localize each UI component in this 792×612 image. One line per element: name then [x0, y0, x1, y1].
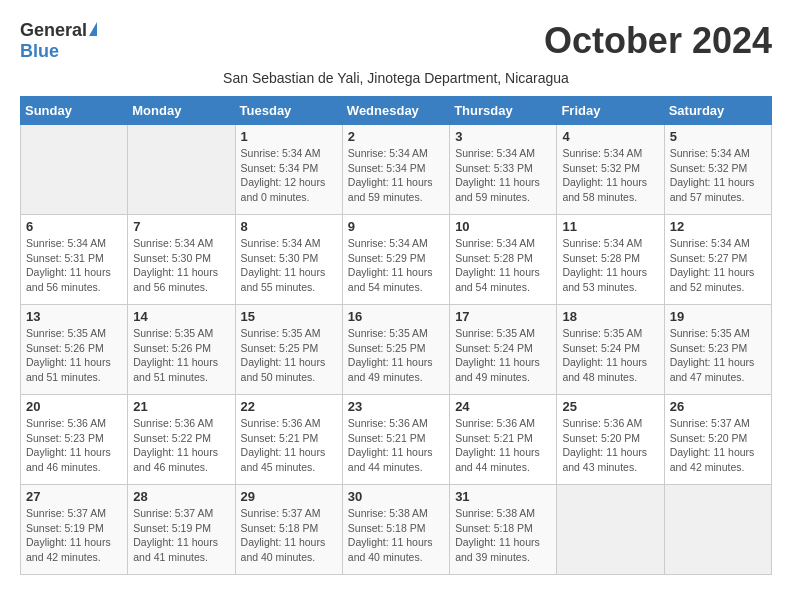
day-number: 10 [455, 219, 551, 234]
logo-general: General [20, 20, 87, 41]
calendar-cell [557, 485, 664, 575]
day-number: 28 [133, 489, 229, 504]
calendar-cell: 25Sunrise: 5:36 AM Sunset: 5:20 PM Dayli… [557, 395, 664, 485]
logo-blue: Blue [20, 41, 59, 62]
calendar-cell: 18Sunrise: 5:35 AM Sunset: 5:24 PM Dayli… [557, 305, 664, 395]
day-info: Sunrise: 5:37 AM Sunset: 5:20 PM Dayligh… [670, 416, 766, 475]
day-number: 27 [26, 489, 122, 504]
header-day-wednesday: Wednesday [342, 97, 449, 125]
day-info: Sunrise: 5:37 AM Sunset: 5:18 PM Dayligh… [241, 506, 337, 565]
calendar-cell: 4Sunrise: 5:34 AM Sunset: 5:32 PM Daylig… [557, 125, 664, 215]
calendar-cell: 2Sunrise: 5:34 AM Sunset: 5:34 PM Daylig… [342, 125, 449, 215]
calendar-cell: 15Sunrise: 5:35 AM Sunset: 5:25 PM Dayli… [235, 305, 342, 395]
header-day-thursday: Thursday [450, 97, 557, 125]
day-info: Sunrise: 5:37 AM Sunset: 5:19 PM Dayligh… [133, 506, 229, 565]
day-info: Sunrise: 5:34 AM Sunset: 5:32 PM Dayligh… [670, 146, 766, 205]
day-info: Sunrise: 5:34 AM Sunset: 5:28 PM Dayligh… [562, 236, 658, 295]
day-info: Sunrise: 5:38 AM Sunset: 5:18 PM Dayligh… [348, 506, 444, 565]
day-info: Sunrise: 5:34 AM Sunset: 5:29 PM Dayligh… [348, 236, 444, 295]
calendar-cell: 9Sunrise: 5:34 AM Sunset: 5:29 PM Daylig… [342, 215, 449, 305]
calendar-cell: 29Sunrise: 5:37 AM Sunset: 5:18 PM Dayli… [235, 485, 342, 575]
day-info: Sunrise: 5:36 AM Sunset: 5:21 PM Dayligh… [348, 416, 444, 475]
logo-icon [89, 22, 97, 36]
day-number: 23 [348, 399, 444, 414]
day-info: Sunrise: 5:35 AM Sunset: 5:24 PM Dayligh… [562, 326, 658, 385]
day-info: Sunrise: 5:38 AM Sunset: 5:18 PM Dayligh… [455, 506, 551, 565]
day-number: 6 [26, 219, 122, 234]
header-day-tuesday: Tuesday [235, 97, 342, 125]
week-row-4: 20Sunrise: 5:36 AM Sunset: 5:23 PM Dayli… [21, 395, 772, 485]
day-info: Sunrise: 5:34 AM Sunset: 5:27 PM Dayligh… [670, 236, 766, 295]
calendar-body: 1Sunrise: 5:34 AM Sunset: 5:34 PM Daylig… [21, 125, 772, 575]
calendar-cell: 14Sunrise: 5:35 AM Sunset: 5:26 PM Dayli… [128, 305, 235, 395]
calendar-cell: 10Sunrise: 5:34 AM Sunset: 5:28 PM Dayli… [450, 215, 557, 305]
day-info: Sunrise: 5:34 AM Sunset: 5:30 PM Dayligh… [133, 236, 229, 295]
day-number: 29 [241, 489, 337, 504]
calendar-cell: 19Sunrise: 5:35 AM Sunset: 5:23 PM Dayli… [664, 305, 771, 395]
day-info: Sunrise: 5:34 AM Sunset: 5:31 PM Dayligh… [26, 236, 122, 295]
calendar-cell: 31Sunrise: 5:38 AM Sunset: 5:18 PM Dayli… [450, 485, 557, 575]
day-number: 11 [562, 219, 658, 234]
calendar-table: SundayMondayTuesdayWednesdayThursdayFrid… [20, 96, 772, 575]
calendar-cell: 22Sunrise: 5:36 AM Sunset: 5:21 PM Dayli… [235, 395, 342, 485]
day-number: 21 [133, 399, 229, 414]
day-info: Sunrise: 5:35 AM Sunset: 5:26 PM Dayligh… [26, 326, 122, 385]
calendar-cell [128, 125, 235, 215]
day-number: 3 [455, 129, 551, 144]
day-number: 20 [26, 399, 122, 414]
calendar-cell: 7Sunrise: 5:34 AM Sunset: 5:30 PM Daylig… [128, 215, 235, 305]
day-info: Sunrise: 5:36 AM Sunset: 5:21 PM Dayligh… [455, 416, 551, 475]
day-number: 2 [348, 129, 444, 144]
calendar-cell [664, 485, 771, 575]
day-info: Sunrise: 5:36 AM Sunset: 5:21 PM Dayligh… [241, 416, 337, 475]
calendar-cell [21, 125, 128, 215]
calendar-cell: 13Sunrise: 5:35 AM Sunset: 5:26 PM Dayli… [21, 305, 128, 395]
day-number: 1 [241, 129, 337, 144]
day-info: Sunrise: 5:34 AM Sunset: 5:28 PM Dayligh… [455, 236, 551, 295]
page-header: General Blue October 2024 [20, 20, 772, 62]
calendar-cell: 21Sunrise: 5:36 AM Sunset: 5:22 PM Dayli… [128, 395, 235, 485]
calendar-cell: 16Sunrise: 5:35 AM Sunset: 5:25 PM Dayli… [342, 305, 449, 395]
day-number: 24 [455, 399, 551, 414]
day-info: Sunrise: 5:37 AM Sunset: 5:19 PM Dayligh… [26, 506, 122, 565]
week-row-3: 13Sunrise: 5:35 AM Sunset: 5:26 PM Dayli… [21, 305, 772, 395]
day-number: 12 [670, 219, 766, 234]
calendar-cell: 12Sunrise: 5:34 AM Sunset: 5:27 PM Dayli… [664, 215, 771, 305]
calendar-cell: 6Sunrise: 5:34 AM Sunset: 5:31 PM Daylig… [21, 215, 128, 305]
calendar-cell: 27Sunrise: 5:37 AM Sunset: 5:19 PM Dayli… [21, 485, 128, 575]
day-info: Sunrise: 5:34 AM Sunset: 5:34 PM Dayligh… [348, 146, 444, 205]
calendar-cell: 11Sunrise: 5:34 AM Sunset: 5:28 PM Dayli… [557, 215, 664, 305]
day-info: Sunrise: 5:34 AM Sunset: 5:34 PM Dayligh… [241, 146, 337, 205]
day-number: 18 [562, 309, 658, 324]
week-row-2: 6Sunrise: 5:34 AM Sunset: 5:31 PM Daylig… [21, 215, 772, 305]
day-info: Sunrise: 5:34 AM Sunset: 5:33 PM Dayligh… [455, 146, 551, 205]
calendar-cell: 3Sunrise: 5:34 AM Sunset: 5:33 PM Daylig… [450, 125, 557, 215]
day-number: 14 [133, 309, 229, 324]
day-info: Sunrise: 5:35 AM Sunset: 5:25 PM Dayligh… [348, 326, 444, 385]
calendar-cell: 20Sunrise: 5:36 AM Sunset: 5:23 PM Dayli… [21, 395, 128, 485]
day-info: Sunrise: 5:36 AM Sunset: 5:22 PM Dayligh… [133, 416, 229, 475]
calendar-cell: 5Sunrise: 5:34 AM Sunset: 5:32 PM Daylig… [664, 125, 771, 215]
day-info: Sunrise: 5:36 AM Sunset: 5:20 PM Dayligh… [562, 416, 658, 475]
calendar-cell: 23Sunrise: 5:36 AM Sunset: 5:21 PM Dayli… [342, 395, 449, 485]
calendar-cell: 28Sunrise: 5:37 AM Sunset: 5:19 PM Dayli… [128, 485, 235, 575]
header-day-friday: Friday [557, 97, 664, 125]
day-number: 31 [455, 489, 551, 504]
calendar-cell: 1Sunrise: 5:34 AM Sunset: 5:34 PM Daylig… [235, 125, 342, 215]
week-row-5: 27Sunrise: 5:37 AM Sunset: 5:19 PM Dayli… [21, 485, 772, 575]
header-row: SundayMondayTuesdayWednesdayThursdayFrid… [21, 97, 772, 125]
day-number: 15 [241, 309, 337, 324]
day-number: 26 [670, 399, 766, 414]
calendar-cell: 26Sunrise: 5:37 AM Sunset: 5:20 PM Dayli… [664, 395, 771, 485]
month-title: October 2024 [544, 20, 772, 62]
day-number: 4 [562, 129, 658, 144]
subtitle: San Sebastian de Yali, Jinotega Departme… [20, 70, 772, 86]
day-info: Sunrise: 5:36 AM Sunset: 5:23 PM Dayligh… [26, 416, 122, 475]
day-number: 30 [348, 489, 444, 504]
day-number: 16 [348, 309, 444, 324]
calendar-cell: 17Sunrise: 5:35 AM Sunset: 5:24 PM Dayli… [450, 305, 557, 395]
week-row-1: 1Sunrise: 5:34 AM Sunset: 5:34 PM Daylig… [21, 125, 772, 215]
day-info: Sunrise: 5:35 AM Sunset: 5:24 PM Dayligh… [455, 326, 551, 385]
calendar-cell: 30Sunrise: 5:38 AM Sunset: 5:18 PM Dayli… [342, 485, 449, 575]
day-number: 9 [348, 219, 444, 234]
